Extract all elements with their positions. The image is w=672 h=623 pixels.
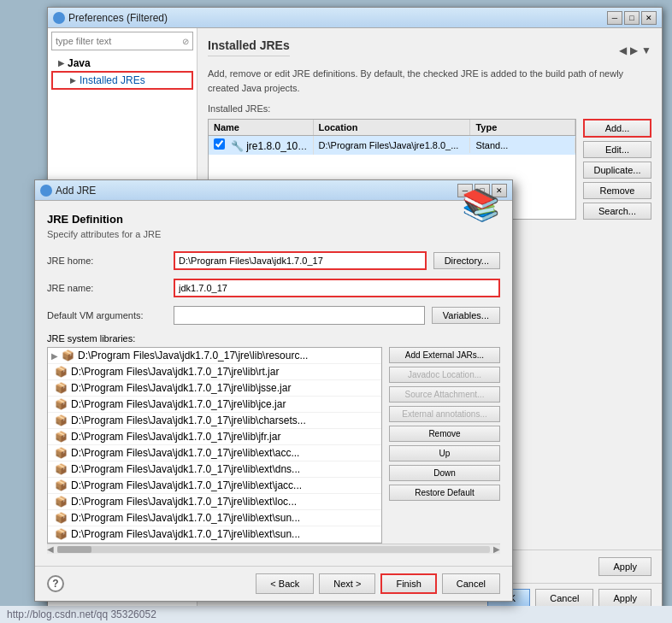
filter-box[interactable]: ⊘ [51,32,193,50]
filter-input[interactable] [56,36,182,46]
url-text: http://blog.csdn.net/qq 35326052 [7,608,156,620]
add-external-jars-button[interactable]: Add External JARs... [389,347,500,363]
remove-button[interactable]: Remove [583,182,651,199]
jre-home-label: JRE home: [47,256,167,266]
table-row[interactable]: 🔧 jre1.8.0_102 ... D:\Program Files\Java… [209,136,575,155]
jre-table-header: Name Location Type [209,120,575,136]
list-item: 📦D:\Program Files\Java\jdk1.7.0_17\jre\l… [48,397,381,413]
jre-location-cell: D:\Program Files\Java\jre1.8.0_... [314,138,471,153]
prefs-apply-button[interactable]: Apply [598,557,651,576]
jre-icon: 🔧 [231,140,244,152]
list-item: 📦D:\Program Files\Java\jdk1.7.0_17\jre\l… [48,494,381,510]
edit-button[interactable]: Edit... [583,141,651,158]
search-button[interactable]: Search... [583,203,651,220]
list-item: 📦D:\Program Files\Java\jdk1.7.0_17\jre\l… [48,526,381,543]
back-button[interactable]: < Back [256,573,314,594]
variables-button[interactable]: Variables... [432,307,500,324]
jre-name-cell: 🔧 jre1.8.0_102 ... [209,136,314,155]
next-button[interactable]: Next > [319,573,375,594]
prefs-window-title: Preferences (Filtered) [68,12,168,24]
subsection-label: Installed JREs: [208,103,651,114]
default-vm-label: Default VM arguments: [47,310,167,320]
duplicate-button[interactable]: Duplicate... [583,162,651,179]
section-description: Add, remove or edit JRE definitions. By … [208,67,651,95]
nav-arrows: ◀ ▶ ▼ [619,44,651,56]
dialog-section-title: JRE Definition [47,213,161,226]
horizontal-scrollbar[interactable]: ◀ ▶ [47,544,500,554]
list-item: 📦D:\Program Files\Java\jdk1.7.0_17\jre\l… [48,461,381,478]
directory-button[interactable]: Directory... [433,252,500,269]
finish-button[interactable]: Finish [380,573,436,594]
list-item: 📦D:\Program Files\Java\jdk1.7.0_17\jre\l… [48,380,381,397]
back-nav-arrow[interactable]: ◀ [619,44,627,56]
remove-lib-button[interactable]: Remove [389,426,500,442]
list-item: 📦D:\Program Files\Java\jdk1.7.0_17\jre\l… [48,413,381,429]
dropdown-nav-arrow[interactable]: ▼ [641,44,651,56]
col-header-location: Location [314,120,471,135]
default-vm-row: Default VM arguments: Variables... [47,306,500,325]
javadoc-location-button[interactable]: Javadoc Location... [389,367,500,383]
filter-clear-icon[interactable]: ⊘ [182,37,189,46]
scroll-thumb[interactable] [57,546,91,553]
list-item: 📦D:\Program Files\Java\jdk1.7.0_17\jre\l… [48,445,381,461]
lib-buttons: Add External JARs... Javadoc Location...… [389,347,500,544]
prefs-cancel-button[interactable]: Cancel [535,589,593,608]
installed-jres-title: Installed JREs [208,38,290,56]
maximize-button[interactable]: □ [624,11,640,25]
jre-name-row: JRE name: [47,279,500,297]
installed-jres-sidebar-label[interactable]: Installed JREs [80,74,145,86]
window-controls: ─ □ ✕ [607,11,657,25]
wizard-nav-buttons: < Back Next > Finish Cancel [256,573,500,594]
jre-name-label: JRE name: [47,283,167,293]
prefs-apply-bottom-button[interactable]: Apply [598,589,651,608]
help-button[interactable]: ? [47,575,64,592]
dialog-body: JRE Definition Specify attributes for a … [35,201,512,566]
list-item: 📦D:\Program Files\Java\jdk1.7.0_17\jre\l… [48,429,381,445]
dialog-icon [40,185,52,197]
prefs-window-icon [53,12,65,24]
scroll-track [57,546,490,553]
lib-list[interactable]: ▶📦D:\Program Files\Java\jdk1.7.0_17\jre\… [47,347,382,544]
jre-books-icon: 📚 [462,187,500,223]
libraries-label: JRE system libraries: [47,333,500,344]
jre-type-cell: Stand... [470,138,575,153]
minimize-button[interactable]: ─ [607,11,622,25]
cancel-dialog-button[interactable]: Cancel [442,573,500,594]
jre-home-input[interactable] [174,251,427,270]
tree-java-label: Java [68,57,91,69]
list-item: 📦D:\Program Files\Java\jdk1.7.0_17\jre\l… [48,510,381,526]
source-attachment-button[interactable]: Source Attachment... [389,386,500,403]
add-button[interactable]: Add... [583,119,651,138]
libraries-area: ▶📦D:\Program Files\Java\jdk1.7.0_17\jre\… [47,347,500,544]
dialog-titlebar: Add JRE ─ □ ✕ [35,180,512,201]
col-header-type: Type [470,120,575,135]
scroll-left-arrow[interactable]: ◀ [47,544,54,554]
jre-checkbox[interactable] [214,138,225,150]
add-jre-dialog: Add JRE ─ □ ✕ JRE Definition Specify att… [34,179,513,602]
restore-default-button[interactable]: Restore Default [389,485,500,501]
tree-java[interactable]: ▶ Java [51,56,193,71]
default-vm-input[interactable] [174,306,425,325]
list-item: ▶📦D:\Program Files\Java\jdk1.7.0_17\jre\… [48,348,381,364]
tree-arrow-jres: ▶ [70,76,76,85]
url-bar: http://blog.csdn.net/qq 35326052 [0,606,672,623]
down-button[interactable]: Down [389,465,500,481]
right-buttons: Add... Edit... Duplicate... Remove Searc… [583,119,651,220]
forward-nav-arrow[interactable]: ▶ [630,44,638,56]
jre-home-row: JRE home: Directory... [47,251,500,270]
close-button[interactable]: ✕ [641,11,657,25]
prefs-titlebar: Preferences (Filtered) ─ □ ✕ [48,8,662,28]
jre-name-input[interactable] [174,279,500,297]
wizard-bottom: ? < Back Next > Finish Cancel [35,566,512,601]
list-item: 📦D:\Program Files\Java\jdk1.7.0_17\jre\l… [48,364,381,380]
up-button[interactable]: Up [389,445,500,461]
tree-installed-jres[interactable]: ▶ Installed JREs [51,71,193,90]
tree-arrow-java: ▶ [58,59,64,68]
col-header-name: Name [209,120,314,135]
dialog-title: Add JRE [56,185,96,197]
list-item: 📦D:\Program Files\Java\jdk1.7.0_17\jre\l… [48,478,381,494]
dialog-section-sub: Specify attributes for a JRE [47,229,161,239]
external-annotations-button[interactable]: External annotations... [389,406,500,422]
scroll-right-arrow[interactable]: ▶ [493,544,500,554]
